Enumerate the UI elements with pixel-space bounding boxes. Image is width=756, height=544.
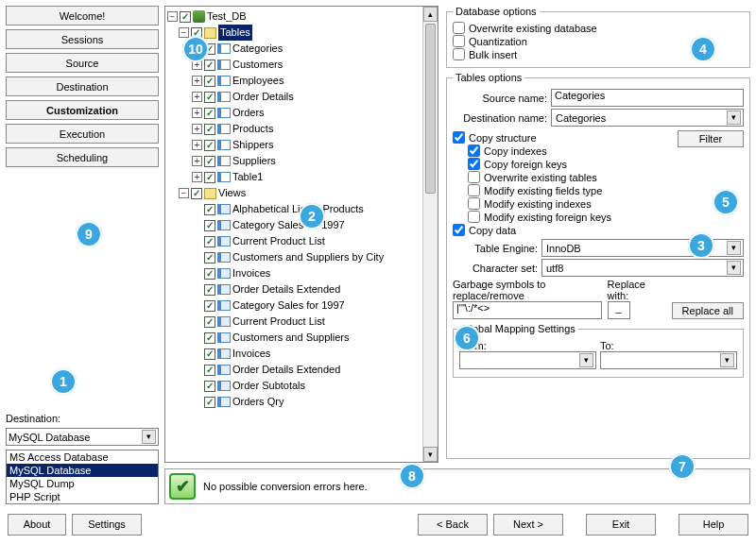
tree-view-item[interactable]: Invoices [232, 265, 270, 281]
modify-fk-checkbox[interactable] [468, 211, 480, 223]
tree-table-item[interactable]: Products [232, 121, 273, 137]
checkbox[interactable]: ✓ [204, 365, 215, 376]
checkbox[interactable]: ✓ [204, 252, 215, 264]
modify-indexes-checkbox[interactable] [468, 197, 480, 210]
nav-customization[interactable]: Customization [6, 100, 159, 120]
tree-view-item[interactable]: Alphabetical List of Products [232, 201, 364, 217]
checkbox[interactable]: ✓ [204, 220, 215, 231]
garbage-input[interactable]: |'"\:/*<> [453, 301, 602, 319]
copy-indexes-checkbox[interactable] [468, 144, 480, 157]
tree-view-item[interactable]: Customers and Suppliers by City [232, 249, 384, 265]
mapping-from-dropdown[interactable]: ▾ [459, 351, 596, 369]
expand-icon[interactable]: + [192, 140, 202, 150]
tree-view-item[interactable]: Order Details Extended [232, 362, 340, 378]
replace-all-button[interactable]: Replace all [672, 302, 744, 319]
tree-view-item[interactable]: Current Product List [232, 314, 325, 330]
destination-listbox[interactable]: MS Access Database MySQL Database MySQL … [6, 450, 159, 504]
tree-table-item[interactable]: Shippers [232, 137, 273, 153]
copy-structure-checkbox[interactable] [453, 131, 465, 144]
bulk-insert-checkbox[interactable] [453, 48, 465, 60]
tree-table-item[interactable]: Employees [232, 73, 284, 89]
checkbox[interactable]: ✓ [204, 284, 215, 296]
exit-button[interactable]: Exit [586, 514, 656, 536]
expand-icon[interactable]: + [192, 108, 202, 118]
expand-icon[interactable]: + [192, 156, 202, 166]
copy-data-checkbox[interactable] [453, 224, 465, 236]
tree-view-item[interactable]: Category Sales for 1997 [232, 298, 345, 314]
checkbox[interactable]: ✓ [204, 43, 215, 55]
expand-icon[interactable]: + [192, 92, 202, 102]
checkbox[interactable]: ✓ [204, 381, 215, 392]
tree-table-item[interactable]: Order Details [232, 89, 294, 105]
checkbox[interactable]: ✓ [204, 140, 215, 151]
checkbox[interactable]: ✓ [204, 204, 215, 215]
overwrite-db-checkbox[interactable] [453, 22, 465, 34]
scrollbar[interactable]: ▴ ▾ [422, 7, 438, 462]
expand-icon[interactable]: + [192, 124, 202, 134]
collapse-icon[interactable]: − [179, 188, 189, 198]
tree-view-item[interactable]: Order Subtotals [232, 378, 305, 394]
checkbox[interactable]: ✓ [191, 27, 202, 39]
nav-source[interactable]: Source [6, 53, 159, 73]
back-button[interactable]: < Back [418, 514, 488, 536]
checkbox[interactable]: ✓ [204, 300, 215, 312]
checkbox[interactable]: ✓ [204, 156, 215, 167]
checkbox[interactable]: ✓ [204, 172, 215, 183]
tree-view-item[interactable]: Orders Qry [232, 394, 284, 410]
modify-fields-checkbox[interactable] [468, 184, 480, 196]
tree-view-item[interactable]: Order Details Extended [232, 281, 340, 298]
tree-db[interactable]: Test_DB [207, 8, 247, 25]
dest-name-dropdown[interactable]: Categories▾ [551, 109, 744, 127]
quantization-checkbox[interactable] [453, 35, 465, 47]
checkbox[interactable]: ✓ [191, 188, 202, 199]
expand-icon[interactable]: + [192, 76, 202, 86]
next-button[interactable]: Next > [493, 514, 563, 536]
checkbox[interactable]: ✓ [204, 316, 215, 328]
scroll-down-icon[interactable]: ▾ [423, 447, 438, 462]
help-button[interactable]: Help [679, 514, 748, 536]
expand-icon[interactable]: + [192, 172, 202, 182]
expand-icon[interactable]: + [192, 60, 202, 70]
destination-option[interactable]: MySQL Dump [7, 477, 158, 490]
tree-views[interactable]: Views [218, 185, 246, 201]
checkbox[interactable]: ✓ [204, 124, 215, 135]
collapse-icon[interactable]: − [179, 27, 189, 38]
tree-view-item[interactable]: Category Sales for 1997 [232, 217, 345, 233]
destination-option[interactable]: PHP Script [7, 490, 158, 503]
scroll-up-icon[interactable]: ▴ [423, 7, 438, 22]
settings-button[interactable]: Settings [72, 514, 142, 536]
checkbox[interactable]: ✓ [204, 76, 215, 87]
expand-icon[interactable]: + [192, 43, 202, 54]
tree-view-item[interactable]: Customers and Suppliers [232, 330, 350, 346]
collapse-icon[interactable]: − [167, 11, 178, 22]
checkbox[interactable]: ✓ [204, 108, 215, 119]
tree-table-item[interactable]: Categories [232, 41, 283, 57]
source-name-input[interactable]: Categories [551, 89, 744, 107]
nav-execution[interactable]: Execution [6, 124, 159, 144]
mapping-to-dropdown[interactable]: ▾ [600, 351, 737, 369]
checkbox[interactable]: ✓ [204, 92, 215, 103]
charset-dropdown[interactable]: utf8▾ [541, 259, 744, 277]
replace-with-input[interactable]: _ [608, 301, 630, 319]
tree-table-item[interactable]: Suppliers [232, 153, 276, 169]
engine-dropdown[interactable]: InnoDB▾ [541, 239, 744, 257]
scroll-thumb[interactable] [425, 24, 436, 194]
tree-table-item[interactable]: Table1 [232, 169, 263, 185]
tree-view-item[interactable]: Current Product List [232, 233, 325, 249]
tree-tables[interactable]: Tables [218, 25, 252, 41]
checkbox[interactable]: ✓ [204, 60, 215, 71]
tree-table-item[interactable]: Customers [232, 57, 283, 73]
checkbox[interactable]: ✓ [204, 268, 215, 280]
filter-button[interactable]: Filter [678, 130, 744, 147]
checkbox[interactable]: ✓ [204, 348, 215, 360]
overwrite-tables-checkbox[interactable] [468, 171, 480, 183]
checkbox[interactable]: ✓ [204, 397, 215, 408]
checkbox[interactable]: ✓ [204, 236, 215, 247]
nav-scheduling[interactable]: Scheduling [6, 147, 159, 167]
destination-combo[interactable]: MySQL Database ▾ [6, 428, 159, 446]
destination-option[interactable]: MS Access Database [7, 450, 158, 464]
nav-destination[interactable]: Destination [6, 76, 159, 96]
about-button[interactable]: About [8, 514, 66, 536]
nav-sessions[interactable]: Sessions [6, 29, 159, 49]
nav-welcome[interactable]: Welcome! [6, 6, 159, 26]
